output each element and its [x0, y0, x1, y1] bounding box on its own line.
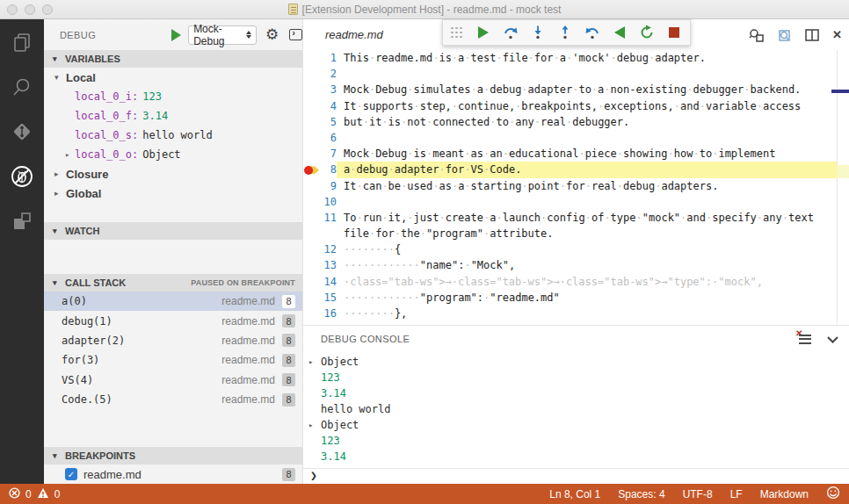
code-text[interactable]: To·run·it,·just·create·a·launch·config·o… — [337, 210, 837, 226]
glyph-margin[interactable] — [303, 130, 321, 146]
watch-section-header[interactable]: ▾ WATCH — [44, 222, 302, 240]
scope-global[interactable]: ▸Global — [44, 184, 302, 203]
editor-line-10[interactable]: 10 — [303, 194, 849, 210]
code-text[interactable]: Mock·Debug·simulates·a·debug·adapter·to·… — [337, 82, 837, 97]
line-number[interactable]: 2 — [321, 66, 337, 82]
editor-line-13[interactable]: 13············"name":·"Mock", — [303, 257, 849, 273]
status-item-0[interactable]: Ln 8, Col 1 — [549, 488, 600, 500]
editor-line-15[interactable]: 15············"program":·"readme.md" — [303, 290, 849, 306]
console-entry[interactable]: ▸Object — [303, 354, 849, 370]
code-text[interactable]: This·readme.md·is·a·test·file·for·a·'moc… — [337, 50, 837, 66]
open-console-icon[interactable] — [289, 29, 302, 40]
sidebar-item-search[interactable] — [8, 75, 36, 103]
variable-local_0_o[interactable]: ▸local_0_o:Object — [44, 145, 302, 164]
editor-content[interactable]: 1This·readme.md·is·a·test·file·for·a·'mo… — [303, 50, 849, 325]
line-number[interactable] — [321, 226, 337, 241]
editor-line-4[interactable]: 4It·supports·step,·continue,·breakpoints… — [303, 98, 849, 114]
editor-line-3[interactable]: 3Mock·Debug·simulates·a·debug·adapter·to… — [303, 82, 849, 97]
status-item-2[interactable]: UTF-8 — [683, 488, 713, 500]
code-text[interactable]: It·supports·step,·continue,·breakpoints,… — [337, 98, 837, 114]
console-input[interactable]: ❯ — [303, 469, 849, 485]
glyph-margin[interactable] — [303, 306, 321, 321]
variable-local_0_s[interactable]: local_0_s:hello world — [44, 126, 302, 145]
line-number[interactable]: 12 — [321, 241, 337, 257]
line-number[interactable]: 4 — [321, 98, 337, 114]
scope-closure[interactable]: ▸Closure — [44, 164, 302, 184]
glyph-margin[interactable] — [303, 226, 321, 241]
glyph-margin[interactable] — [303, 66, 321, 82]
editor-line-1[interactable]: 1This·readme.md·is·a·test·file·for·a·'mo… — [303, 50, 849, 66]
code-text[interactable]: ········{ — [337, 241, 837, 257]
glyph-margin[interactable] — [303, 98, 321, 114]
tab-readme[interactable]: readme.md — [303, 28, 383, 41]
status-item-3[interactable]: LF — [730, 488, 743, 500]
clear-console-icon[interactable] — [799, 334, 811, 345]
stack-frame-adapter(2)[interactable]: adapter(2)readme.md8 — [44, 331, 302, 350]
editor-line-11[interactable]: 11To·run·it,·just·create·a·launch·config… — [303, 210, 849, 226]
step-over-button[interactable] — [503, 24, 519, 41]
code-text[interactable] — [337, 66, 837, 82]
sidebar-item-debug[interactable] — [8, 164, 36, 192]
editor-line-2[interactable]: 2 — [303, 66, 849, 82]
variables-section-header[interactable]: ▾ VARIABLES — [44, 50, 302, 68]
step-into-button[interactable] — [530, 24, 546, 41]
line-number[interactable]: 3 — [321, 82, 337, 97]
variable-local_0_i[interactable]: local_0_i:123 — [44, 87, 302, 106]
configure-gear-icon[interactable]: ⚙ — [265, 27, 279, 42]
open-preview-side-icon[interactable] — [777, 28, 792, 42]
line-number[interactable]: 14 — [321, 274, 337, 290]
line-number[interactable]: 9 — [321, 178, 337, 194]
glyph-margin[interactable] — [303, 210, 321, 226]
console-entry[interactable]: 123 — [303, 433, 849, 449]
breakpoints-section-header[interactable]: ▾ BREAKPOINTS — [44, 447, 302, 464]
scope-local[interactable]: ▾Local — [44, 68, 302, 87]
editor-line-12[interactable]: 12········{ — [303, 241, 849, 257]
sidebar-item-source-control[interactable] — [8, 119, 36, 148]
twisty-icon[interactable]: ▸ — [308, 417, 316, 433]
code-text[interactable]: ············"name":·"Mock", — [337, 257, 837, 273]
stack-frame-for(3)[interactable]: for(3)readme.md8 — [44, 350, 302, 370]
zoom-window-button[interactable] — [42, 4, 53, 15]
restart-button[interactable] — [639, 24, 655, 41]
step-out-button[interactable] — [557, 24, 573, 41]
glyph-margin[interactable] — [303, 194, 321, 210]
stop-button[interactable] — [666, 24, 682, 41]
split-editor-icon[interactable] — [805, 29, 819, 41]
code-text[interactable]: ········}, — [337, 306, 837, 321]
feedback-smiley-icon[interactable] — [826, 486, 840, 502]
code-text[interactable]: a·debug·adapter·for·VS·Code. — [337, 162, 837, 177]
code-text[interactable]: It·can·be·used·as·a·starting·point·for·r… — [337, 178, 837, 194]
start-debug-button[interactable] — [171, 29, 181, 41]
glyph-margin[interactable] — [303, 274, 321, 290]
line-number[interactable]: 6 — [321, 130, 337, 146]
console-entry[interactable]: 3.14 — [303, 449, 849, 464]
problems-status[interactable]: 0 0 — [9, 487, 60, 501]
glyph-margin[interactable] — [303, 146, 321, 162]
editor-line-wrap[interactable]: file·for·the·"program"·attribute. — [303, 226, 849, 241]
code-text[interactable]: but·it·is·not·connected·to·any·real·debu… — [337, 114, 837, 130]
console-entry[interactable]: hello world — [303, 401, 849, 417]
glyph-margin[interactable] — [303, 114, 321, 130]
editor-line-8[interactable]: 8a·debug·adapter·for·VS·Code. — [303, 162, 849, 177]
line-number[interactable]: 10 — [321, 194, 337, 210]
code-text[interactable] — [337, 194, 837, 210]
editor-line-9[interactable]: 9It·can·be·used·as·a·starting·point·for·… — [303, 178, 849, 194]
continue-button[interactable] — [475, 24, 491, 41]
glyph-margin[interactable] — [303, 290, 321, 306]
editor-line-16[interactable]: 16········}, — [303, 306, 849, 321]
console-entry[interactable]: 3.14 — [303, 385, 849, 401]
sidebar-item-extensions[interactable] — [8, 209, 36, 237]
status-item-4[interactable]: Markdown — [760, 488, 809, 500]
call-stack-section-header[interactable]: ▾ CALL STACK PAUSED ON BREAKPOINT — [44, 274, 302, 292]
close-editor-icon[interactable]: ✕ — [832, 28, 842, 41]
line-number[interactable]: 16 — [321, 306, 337, 321]
console-entry[interactable]: 123 — [303, 370, 849, 385]
line-number[interactable]: 7 — [321, 146, 337, 162]
line-number[interactable]: 15 — [321, 290, 337, 306]
code-text[interactable] — [337, 130, 837, 146]
traffic-lights[interactable] — [7, 4, 53, 15]
stack-frame-a(0)[interactable]: a(0)readme.md8 — [44, 292, 302, 311]
editor-line-14[interactable]: 14·class="tab-ws">→·class="tab-ws">→·cla… — [303, 274, 849, 290]
launch-config-select[interactable]: Mock-Debug — [188, 25, 257, 45]
twisty-icon[interactable]: ▸ — [308, 354, 316, 370]
